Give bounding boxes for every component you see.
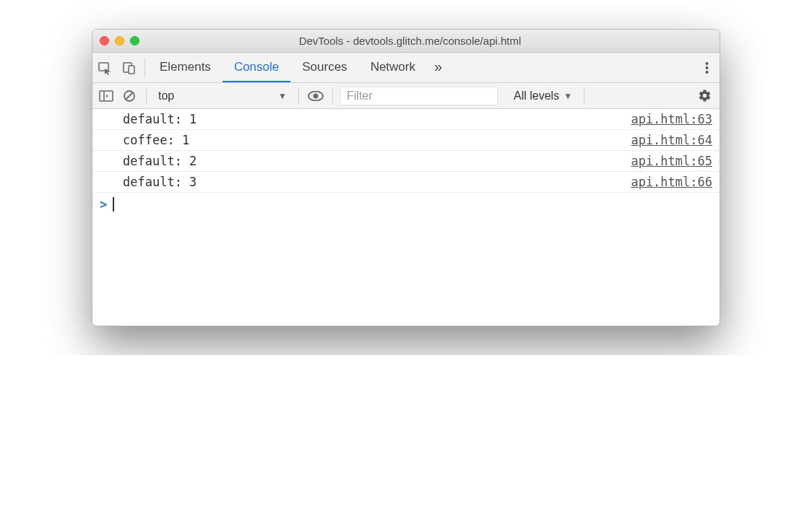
inspect-element-icon[interactable] [92, 53, 117, 83]
tab-sources[interactable]: Sources [290, 53, 358, 82]
device-toolbar-icon[interactable] [117, 53, 142, 83]
log-message: default: 2 [123, 154, 196, 168]
clear-console-icon[interactable] [120, 87, 139, 105]
console-toolbar-divider [146, 87, 147, 105]
svg-point-11 [314, 93, 319, 98]
tab-network[interactable]: Network [359, 53, 427, 82]
devtools-window: DevTools - devtools.glitch.me/console/ap… [92, 29, 720, 326]
dropdown-caret-icon: ▼ [563, 91, 572, 101]
console-toolbar-divider [332, 87, 333, 105]
log-source-link[interactable]: api.html:65 [631, 154, 712, 168]
log-row: default: 1 api.html:63 [92, 109, 720, 130]
window-title: DevTools - devtools.glitch.me/console/ap… [108, 35, 712, 47]
log-message: coffee: 1 [123, 133, 189, 147]
log-source-link[interactable]: api.html:66 [631, 175, 712, 189]
svg-line-9 [126, 92, 133, 99]
console-toolbar: top ▼ All levels ▼ [92, 83, 720, 109]
console-filter-input[interactable] [340, 87, 498, 105]
toolbar-divider [144, 58, 145, 77]
svg-point-3 [705, 62, 708, 65]
console-output: default: 1 api.html:63 coffee: 1 api.htm… [92, 109, 720, 326]
console-toolbar-divider [584, 87, 584, 105]
svg-rect-0 [99, 63, 108, 71]
panel-tabs: Elements Console Sources Network » [148, 53, 449, 82]
execution-context-selector[interactable]: top ▼ [154, 87, 291, 105]
titlebar: DevTools - devtools.glitch.me/console/ap… [92, 30, 720, 53]
log-message: default: 1 [123, 112, 196, 126]
log-row: default: 3 api.html:66 [92, 172, 720, 193]
svg-point-5 [705, 71, 708, 74]
log-level-label: All levels [514, 90, 559, 103]
svg-point-4 [705, 66, 708, 69]
live-expression-icon[interactable] [306, 87, 325, 105]
dropdown-caret-icon: ▼ [278, 91, 287, 101]
tab-console[interactable]: Console [223, 53, 290, 82]
console-prompt[interactable]: > [92, 193, 720, 216]
prompt-caret [113, 197, 114, 212]
tabs-overflow-button[interactable]: » [427, 53, 449, 82]
log-message: default: 3 [123, 175, 196, 189]
prompt-chevron-icon: > [100, 197, 107, 212]
log-source-link[interactable]: api.html:64 [631, 133, 712, 147]
main-toolbar: Elements Console Sources Network » [92, 53, 720, 83]
console-toolbar-divider [298, 87, 299, 105]
tab-elements[interactable]: Elements [148, 53, 223, 82]
settings-menu-button[interactable] [694, 53, 720, 82]
log-row: coffee: 1 api.html:64 [92, 130, 720, 151]
log-source-link[interactable]: api.html:63 [631, 112, 712, 126]
log-level-selector[interactable]: All levels ▼ [509, 90, 576, 103]
console-settings-icon[interactable] [694, 89, 715, 103]
console-sidebar-toggle-icon[interactable] [97, 87, 116, 105]
svg-rect-2 [129, 66, 134, 74]
execution-context-label: top [158, 90, 174, 103]
log-row: default: 2 api.html:65 [92, 151, 720, 172]
